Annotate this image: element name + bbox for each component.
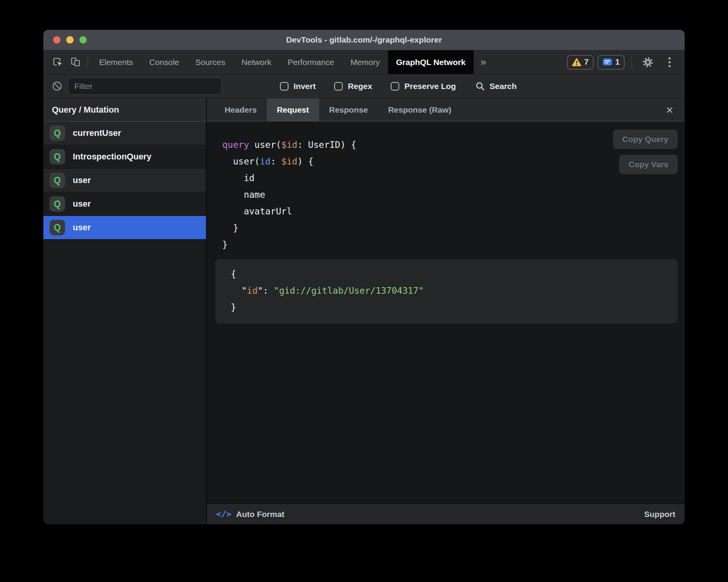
query-list-item[interactable]: Q user [43,216,206,240]
support-link[interactable]: Support [644,510,675,519]
filter-checkbox[interactable]: Preserve Log [391,82,456,91]
devtools-tab[interactable]: Memory [342,50,388,74]
request-detail-panel: Headers Request Response Response (Raw) [207,98,685,524]
checkbox-label: Regex [348,82,372,91]
main-split: Query / Mutation Q currentUser Q Introsp… [43,98,685,524]
toolbar-divider [632,56,632,69]
query-list-header: Query / Mutation [43,98,206,122]
devtools-tab[interactable]: Console [141,50,187,74]
checkbox-box[interactable] [334,82,343,91]
detail-tab[interactable]: Request [267,98,319,121]
detail-footer: </> Auto Format Support [207,503,685,524]
devtools-tab[interactable]: GraphQL Network [388,50,474,74]
auto-format-label: Auto Format [236,510,285,519]
close-window-button[interactable] [53,36,60,44]
filter-checkbox[interactable]: Invert [280,82,316,91]
menu-button[interactable] [661,53,678,71]
query-type-badge: Q [50,196,65,212]
issues-badge[interactable]: 1 [598,55,625,70]
close-detail-button[interactable]: × [661,102,678,118]
devtools-tab[interactable]: Network [234,50,280,74]
detail-tab[interactable]: Response (Raw) [378,98,461,121]
devtools-tab-label: Sources [196,58,225,67]
query-list: Q currentUser Q IntrospectionQuery Q use… [43,122,206,240]
title-bar: DevTools - gitlab.com/-/graphql-explorer [43,30,685,50]
filter-options: Invert Regex Preserve Log [280,82,456,91]
query-name: IntrospectionQuery [73,152,151,162]
devtools-tab-label: Memory [350,58,380,67]
device-toolbar-icon [70,56,81,68]
query-list-item[interactable]: Q currentUser [43,122,206,145]
clear-button[interactable] [52,81,62,91]
kebab-menu-icon [668,56,671,68]
query-list-panel: Query / Mutation Q currentUser Q Introsp… [43,98,207,524]
warnings-badge[interactable]: 7 [567,55,594,70]
copy-buttons: Copy Query Copy Vars [613,130,678,174]
query-type-badge: Q [50,125,65,141]
detail-tab-label: Response [329,105,368,115]
copy-query-button[interactable]: Copy Query [613,130,678,149]
detail-tab[interactable]: Headers [215,98,267,121]
devtools-tab-strip: Elements Console Sources Network Perform… [91,50,474,74]
window-title: DevTools - gitlab.com/-/graphql-explorer [286,35,442,45]
traffic-lights [53,36,87,44]
auto-format-toggle[interactable]: </> Auto Format [216,509,285,519]
detail-tab-label: Response (Raw) [388,105,451,115]
query-type-badge: Q [50,149,65,164]
zoom-window-button[interactable] [79,36,87,44]
warnings-count: 7 [584,58,589,67]
checkbox-label: Invert [294,82,316,91]
checkbox-label: Preserve Log [404,82,456,91]
inspect-element-button[interactable] [49,53,67,71]
query-name: user [73,199,91,209]
query-name: currentUser [73,128,121,138]
query-list-item[interactable]: Q user [43,169,206,192]
code-brackets-icon: </> [216,509,232,519]
query-list-item[interactable]: Q user [43,192,206,216]
more-tabs-button[interactable]: » [474,56,493,68]
devtools-tab-label: Performance [288,58,334,67]
chevron-double-right-icon: » [481,56,486,68]
filter-input[interactable] [68,77,222,95]
detail-tab-label: Request [277,105,309,115]
devtools-tab[interactable]: Performance [280,50,342,74]
message-icon [603,58,612,67]
toolbar-right-cluster: 7 1 [567,53,685,71]
toolbar-divider [88,56,88,69]
toggle-device-toolbar-button[interactable] [67,53,84,71]
devtools-tab-label: Elements [99,58,133,67]
filter-bar: Invert Regex Preserve Log Search [43,74,685,98]
issues-count: 1 [615,58,620,67]
query-list-item[interactable]: Q IntrospectionQuery [43,145,206,169]
settings-button[interactable] [639,53,657,71]
devtools-toolbar: Elements Console Sources Network Perform… [43,50,685,74]
checkbox-box[interactable] [280,82,288,91]
devtools-window: DevTools - gitlab.com/-/graphql-explorer… [43,30,685,524]
query-name: user [73,223,91,233]
graphql-variables-box: { "id": "gid://gitlab/User/13704317"} [215,259,678,324]
detail-tab[interactable]: Response [319,98,378,121]
detail-tab-strip: Headers Request Response Response (Raw) [207,98,685,122]
query-type-badge: Q [50,220,65,235]
inspect-cursor-icon [52,56,64,68]
close-icon: × [666,104,673,116]
filter-checkbox[interactable]: Regex [334,82,372,91]
devtools-tab-label: GraphQL Network [396,58,465,67]
search-toggle[interactable]: Search [475,81,517,91]
search-label: Search [489,82,517,91]
block-icon [52,81,62,91]
devtools-tab-label: Console [149,58,179,67]
minimize-window-button[interactable] [66,36,74,44]
warning-triangle-icon [572,58,581,66]
devtools-tab[interactable]: Sources [187,50,234,74]
detail-tab-label: Headers [225,105,257,115]
request-tab-content: query user($id: UserID) { user(id: $id) … [207,122,685,503]
search-icon [475,81,485,91]
checkbox-box[interactable] [391,82,399,91]
gear-icon [642,56,654,68]
devtools-tab-label: Network [242,58,271,67]
copy-vars-button[interactable]: Copy Vars [619,155,678,174]
query-name: user [73,175,91,185]
devtools-tab[interactable]: Elements [91,50,141,74]
query-type-badge: Q [50,173,65,188]
